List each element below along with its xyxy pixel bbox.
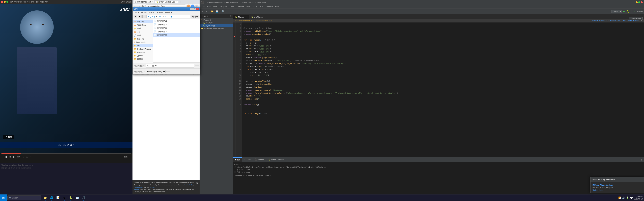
battery-icon[interactable]: 🔋 (626, 197, 629, 199)
up-folder-btn[interactable]: ↑ (142, 15, 146, 18)
menu-edit[interactable]: Edit (206, 5, 212, 8)
bottom-tab-terminal[interactable]: ⬛ Terminal (253, 157, 266, 162)
tree-project-root[interactable]: ▼ Project ▼ (200, 18, 233, 21)
sidebar-docs[interactable]: 📁 문서 (133, 27, 152, 30)
notification-center-icon[interactable]: 💬 (630, 197, 633, 199)
editor-tab-main-close[interactable]: ✕ (246, 16, 247, 18)
file-item-3[interactable]: 📄 기사 대본03 (153, 26, 200, 30)
browser-tab-2[interactable]: 🐍 python - AttributeError ✕ (155, 1, 178, 3)
sidebar-music[interactable]: 🎵 음악 (133, 34, 152, 37)
open-btn[interactable] (195, 65, 199, 66)
tab1-close[interactable]: ✕ (152, 1, 153, 3)
path-desktop[interactable]: 바탕 화면 (148, 15, 156, 18)
sidebar-posts[interactable]: 📂 _posts (133, 54, 152, 57)
search-toolbar-btn[interactable]: 🔍 (221, 9, 226, 13)
taskbar-search[interactable]: 🔍 Search (8, 196, 41, 200)
menu-view[interactable]: View (212, 5, 218, 8)
dialog-min-btn[interactable]: ─ (190, 8, 193, 10)
menu-help[interactable]: 도움말(H) (164, 11, 172, 14)
code-editor[interactable]: # browser = wd0.(wr.Driver, browser = wd… (242, 22, 644, 157)
taskbar-start-btn[interactable]: ⊞ (0, 195, 7, 201)
menu-tools[interactable]: 도구(T) (157, 11, 163, 14)
notif-later-link[interactable]: Later (600, 189, 604, 191)
pycharm-min-btn[interactable] (636, 1, 638, 3)
menu-run[interactable]: Run (245, 5, 251, 8)
video-progress-bar[interactable] (1, 153, 131, 154)
video-max-btn[interactable] (6, 1, 8, 3)
menu-vcs[interactable]: VCS (258, 5, 265, 8)
menu-refactor[interactable]: Refactor (236, 5, 245, 8)
debug-btn[interactable]: 🐛 (626, 9, 630, 13)
forward-folder-btn[interactable]: ▶ (138, 15, 142, 18)
taskbar-app-explorer[interactable]: 📁 (42, 195, 48, 201)
menu-code[interactable]: Code (228, 5, 236, 8)
taskbar-app-mail[interactable]: 📧 (74, 195, 80, 201)
tree-scratches[interactable]: 📁 Scratches and Consoles (200, 27, 233, 30)
run-btn[interactable]: ▶ (622, 9, 626, 13)
stop-btn[interactable]: ⏹ (5, 156, 8, 158)
file-item-1[interactable]: 📄 기사 대본01 (153, 19, 200, 23)
file-item-5[interactable]: 📄 기사 대본05 (153, 33, 200, 37)
sidebar-1809114[interactable]: 📂 1809114 (133, 57, 152, 61)
tree-cemainpy[interactable]: 🐍 c_eMain.py (200, 24, 233, 27)
sidebar-desktop[interactable]: 🖥 바탕 화면 (133, 20, 152, 23)
back-folder-btn[interactable]: ◀ (134, 15, 137, 18)
back-toolbar-btn[interactable]: ← (200, 9, 204, 13)
menu-edit[interactable]: 편집(E) (141, 11, 147, 14)
pycharm-close-btn[interactable] (641, 1, 643, 3)
bottom-tab-todo[interactable]: ☑ TODO (242, 157, 253, 162)
browser-tab-1[interactable]: 유튜브 통합 다음으로 ✕ (134, 0, 154, 3)
cookie-dismiss-btn[interactable]: ✕ (196, 182, 198, 185)
filetype-select[interactable]: 텍스트 문서 (*.txt) (146, 70, 166, 73)
show-settings-btn[interactable]: Show Settings (629, 17, 643, 20)
notif-edit-link[interactable]: Edit inspection profile (608, 19, 626, 22)
video-close-btn[interactable] (1, 1, 3, 3)
volume-icon[interactable]: 🔊 (622, 197, 625, 199)
breakpoint-1[interactable] (234, 36, 235, 37)
menu-file[interactable]: 파일(F) (133, 11, 139, 14)
notif-update-link[interactable]: Update (592, 189, 598, 191)
forward-toolbar-btn[interactable]: → (204, 9, 208, 13)
taskbar-app-notepad[interactable]: 📝 (55, 195, 61, 201)
settings-sidebar-btn[interactable]: ⚙ (230, 15, 232, 17)
prev-btn[interactable]: ⏮ (9, 156, 11, 158)
pycharm-max-btn[interactable] (638, 1, 640, 3)
network-icon[interactable]: 📶 (618, 197, 621, 199)
bottom-tab-run[interactable]: ▶ Run (233, 157, 242, 162)
menu-file[interactable]: File (200, 5, 206, 8)
file-item-4[interactable]: 📄 기사 대본04 (153, 30, 200, 33)
menu-navigate[interactable]: Navigate (218, 5, 228, 8)
taskbar-datetime[interactable]: 오후 6:47 2016-09-18 (634, 196, 643, 200)
sidebar-downloads[interactable]: ⬇ Downloads (133, 40, 152, 44)
menu-tools[interactable]: Tools (251, 5, 258, 8)
tree-mainpy[interactable]: 🐍 Main.py (200, 21, 233, 24)
sidebar-photos[interactable]: 🖼 사진 (133, 30, 152, 34)
privacy-policy-link[interactable]: Privacy Policy (134, 187, 143, 188)
bottom-settings-btn[interactable]: ⚙ (639, 158, 644, 161)
dialog-close-btn[interactable]: ✕ (196, 8, 199, 10)
cookie-policy-link[interactable]: Cookie Policy (184, 184, 193, 186)
file-item-2[interactable]: 📄 기사 대본02 (153, 23, 200, 26)
filename-input[interactable] (146, 64, 194, 67)
video-min-btn[interactable] (4, 1, 6, 3)
editor-tab-cemain-close[interactable]: ✕ (265, 16, 266, 18)
new-folder-btn[interactable]: 새 폴더 (191, 15, 199, 18)
sidebar-roaming[interactable]: 📂 Roaming (133, 51, 152, 54)
next-btn[interactable]: ⏭ (12, 156, 15, 158)
menu-help[interactable]: Help (274, 5, 280, 8)
notif-disable-link[interactable]: Disable inspection (592, 19, 607, 22)
sidebar-projects[interactable]: 📂 Projects (133, 37, 152, 40)
service-link[interactable]: Service (134, 189, 139, 190)
taskbar-app-python[interactable]: 🐍 (68, 195, 74, 201)
taskbar-app-browser[interactable]: 🌐 (49, 195, 55, 201)
sidebar-a360[interactable]: ☁ A360 Drive (133, 23, 152, 27)
play-pause-btn[interactable]: ⏸ (1, 156, 4, 158)
run-config-select[interactable]: Main (611, 10, 622, 13)
sidebar-ong[interactable]: 📂 ONG (133, 44, 152, 47)
menu-view[interactable]: 보기(V) (149, 11, 155, 14)
fullscreen-btn[interactable]: ⛶ (129, 156, 131, 158)
path-article[interactable]: 기사 대본 (164, 15, 172, 18)
open-file-btn[interactable]: 📂 (210, 9, 214, 13)
cancel-btn[interactable] (166, 71, 170, 72)
editor-tab-cemain[interactable]: 🐍 c_eMain.py ✕ (249, 15, 268, 18)
